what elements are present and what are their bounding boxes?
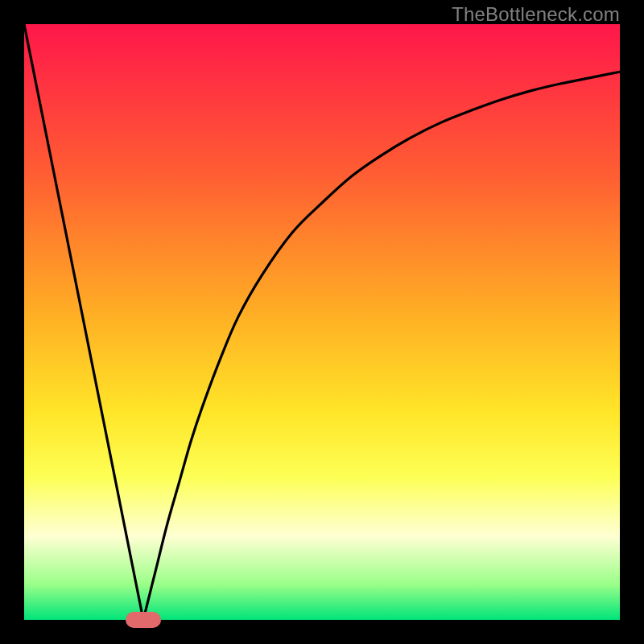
minimum-marker [126, 612, 161, 628]
watermark-text: TheBottleneck.com [452, 3, 620, 26]
curve-left-branch [24, 24, 143, 620]
curve-right-branch [143, 72, 620, 620]
plot-area [24, 24, 620, 620]
curve-svg [24, 24, 620, 620]
chart-frame: TheBottleneck.com [0, 0, 644, 644]
